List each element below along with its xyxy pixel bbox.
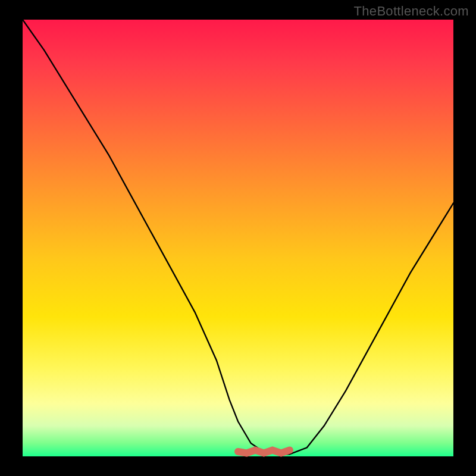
chart-svg — [23, 20, 453, 456]
plot-area — [23, 20, 453, 456]
watermark-text: TheBottleneck.com — [354, 4, 469, 19]
chart-frame: TheBottleneck.com — [0, 0, 476, 476]
bottleneck-curve-path — [23, 20, 453, 454]
optimal-band-marker — [238, 450, 290, 453]
